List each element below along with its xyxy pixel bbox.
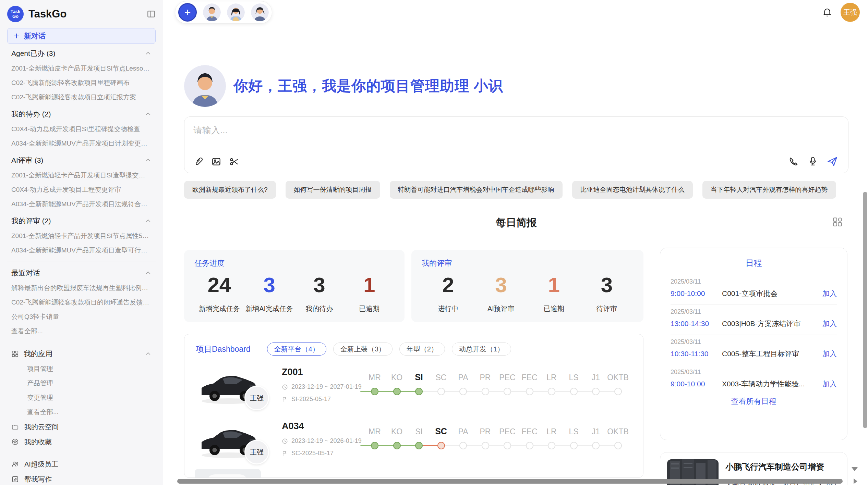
- milestone-node: [504, 388, 511, 395]
- sidebar-task-item[interactable]: Z001-全新燃油轻卡产品开发项目SI节点属性5D文件评审: [7, 229, 156, 243]
- main-area: +: [163, 0, 868, 485]
- dashboard-filter-chip[interactable]: 全新平台（4）: [267, 343, 326, 356]
- send-button[interactable]: [827, 156, 838, 167]
- user-avatar[interactable]: 王强: [841, 3, 860, 22]
- sidebar-section-header[interactable]: AI评审 (3): [7, 152, 156, 168]
- stat-value: 3: [474, 271, 527, 299]
- sidebar-tools: AI超级员工帮我写作创意制图: [7, 457, 156, 485]
- recent-chat-item[interactable]: 解释最新出台的欧盟报废车法规再生塑料比例被调至15%...: [7, 281, 156, 295]
- sidebar-section-header[interactable]: Agent已办 (3): [7, 45, 156, 61]
- screenshot-button[interactable]: [229, 157, 239, 167]
- agent-avatar[interactable]: [203, 3, 221, 21]
- sidebar-task-item[interactable]: Z001-全新燃油皮卡产品开发项目SI节点Lesson Learn报告: [7, 61, 156, 76]
- milestone-node: [614, 442, 622, 449]
- sidebar-item-cloud[interactable]: 我的云空间: [7, 419, 156, 434]
- apps-section-header[interactable]: 我的应用: [7, 346, 156, 362]
- sidebar-task-item[interactable]: A034-全新新能源MUV产品开发项目计划变更表编写: [7, 136, 156, 151]
- milestone-label: PEC: [496, 373, 518, 382]
- recent-section-header[interactable]: 最近对话: [7, 265, 156, 281]
- app-item[interactable]: 项目管理: [7, 362, 156, 376]
- project-date-range: 2023-12-19 ~ 2027-01-19: [291, 383, 362, 390]
- stat-item: 1已逾期: [344, 271, 394, 313]
- apps-view-all[interactable]: 查看全部...: [7, 405, 156, 419]
- recent-view-all[interactable]: 查看全部...: [7, 324, 156, 338]
- logo-line1: Task: [11, 9, 21, 14]
- schedule-time: 10:30-11:30: [671, 350, 722, 358]
- stat-item: 3新增AI完成任务: [244, 271, 294, 313]
- join-meeting-link[interactable]: 加入: [822, 379, 837, 389]
- agent-avatar[interactable]: [251, 3, 269, 21]
- milestone-label: SC: [430, 373, 452, 382]
- milestone-label: OKTB: [607, 373, 629, 382]
- sidebar-item-writing[interactable]: 帮我写作: [7, 472, 156, 485]
- suggestion-chip[interactable]: 如何写一份清晰的项目周报: [286, 181, 380, 199]
- vertical-scrollbar-thumb[interactable]: [863, 192, 867, 428]
- suggestion-chip[interactable]: 特朗普可能对进口汽车增税会对中国车企造成哪些影响: [390, 181, 563, 199]
- sidebar-task-item[interactable]: C02-飞腾新能源轻客改款项目立项汇报方案: [7, 90, 156, 104]
- divider: [7, 453, 156, 453]
- view-all-schedule-link[interactable]: 查看所有日程: [660, 396, 847, 407]
- new-chat-button[interactable]: 新对话: [7, 28, 156, 44]
- milestone-label: OKTB: [607, 427, 629, 436]
- sidebar-section-header[interactable]: 我的待办 (2): [7, 106, 156, 122]
- horizontal-scrollbar-thumb[interactable]: [177, 479, 843, 484]
- schedule-item-main: 10:30-11:30C005-整车工程目标评审加入: [671, 349, 837, 359]
- sidebar-task-item[interactable]: A034-全新新能源MUV产品开发项目法规符合性评审: [7, 197, 156, 211]
- scroll-right-arrow-icon[interactable]: [854, 478, 857, 484]
- recent-chat-item[interactable]: C02-飞腾新能源轻客改款项目的闭环通告反馈情况: [7, 295, 156, 310]
- app-item[interactable]: 变更管理: [7, 390, 156, 405]
- schedule-date: 2025/03/11: [671, 308, 837, 315]
- suggestion-chip[interactable]: 欧洲新规最近颁布了什么?: [184, 181, 276, 199]
- suggestion-chip[interactable]: 比亚迪全固态电池计划具体说了什么: [572, 181, 693, 199]
- milestone-node: [526, 442, 533, 449]
- app-root: Task Go TaskGo 新对话 Agent已办 (3)Z001-全新燃油皮…: [0, 0, 868, 485]
- join-meeting-link[interactable]: 加入: [822, 319, 837, 328]
- project-owner-badge: 王强: [244, 386, 269, 410]
- sidebar-task-item[interactable]: C0X4-动力总成开发项目SI里程碑提交物检查: [7, 122, 156, 136]
- sidebar-item-favorites[interactable]: 我的收藏: [7, 434, 156, 449]
- milestone-node: [415, 388, 423, 395]
- scroll-down-arrow-icon[interactable]: [852, 467, 858, 471]
- stat-item: 24新增完成任务: [194, 271, 244, 313]
- milestone-node: [570, 388, 578, 395]
- sidebar-task-item[interactable]: A034-全新新能源MUV产品开发项目造型可行性评审: [7, 243, 156, 258]
- briefing-layout-button[interactable]: [832, 216, 843, 227]
- sidebar-item-label: 我的云空间: [24, 422, 59, 432]
- project-row: 王强 Z001 2023-12-19 ~ 2027-01-19: [184, 364, 643, 418]
- insert-image-button[interactable]: [211, 157, 221, 167]
- dashboard-filter-chip[interactable]: 动总开发（1）: [452, 343, 511, 356]
- stat-value: 3: [580, 271, 633, 299]
- voice-call-button[interactable]: [788, 156, 799, 166]
- notification-bell-button[interactable]: [822, 7, 832, 17]
- suggestion-chip[interactable]: 当下年轻人对汽车外观有怎样的喜好趋势: [702, 181, 836, 199]
- stat-label: 待评审: [580, 304, 633, 313]
- agent-avatar[interactable]: [227, 3, 245, 21]
- recent-chat-item[interactable]: 公司Q3轻卡销量: [7, 310, 156, 324]
- input-toolbar-left: [193, 157, 239, 167]
- join-meeting-link[interactable]: 加入: [822, 289, 837, 298]
- stat-value: 24: [194, 271, 244, 299]
- dashboard-filter-chip[interactable]: 全新上装（3）: [333, 343, 393, 356]
- apps-section: 我的应用 项目管理产品管理变更管理 查看全部...: [7, 346, 156, 419]
- sidebar-section-header[interactable]: 我的评审 (2): [7, 213, 156, 229]
- stat-label: AI预评审: [474, 304, 527, 313]
- sidebar-task-item[interactable]: C02-飞腾新能源轻客改款项目里程碑画布: [7, 76, 156, 90]
- sidebar-task-item[interactable]: Z001-全新燃油轻卡产品开发项目SI造型提交物评审: [7, 168, 156, 183]
- milestone-node: [570, 442, 578, 449]
- sidebar-task-item[interactable]: C0X4-动力总成开发项目工程变更评审: [7, 183, 156, 197]
- app-item[interactable]: 产品管理: [7, 376, 156, 390]
- attach-file-button[interactable]: [193, 157, 204, 167]
- chat-input[interactable]: [193, 124, 776, 148]
- sidebar-item-ai-super-staff[interactable]: AI超级员工: [7, 457, 156, 472]
- grid-layout-icon: [832, 216, 843, 227]
- add-agent-button[interactable]: +: [178, 3, 197, 22]
- schedule-title: 日程: [660, 258, 847, 269]
- dashboard-filter-chip[interactable]: 年型（2）: [399, 343, 445, 356]
- milestone-label: SI: [408, 427, 430, 436]
- sidebar-section-title: 我的评审 (2): [11, 216, 145, 226]
- join-meeting-link[interactable]: 加入: [822, 349, 837, 359]
- collapse-sidebar-button[interactable]: [147, 10, 156, 18]
- stat-label: 新增完成任务: [194, 304, 244, 313]
- voice-input-button[interactable]: [808, 156, 818, 166]
- news-title: 小鹏飞行汽车制造公司增资: [725, 461, 840, 472]
